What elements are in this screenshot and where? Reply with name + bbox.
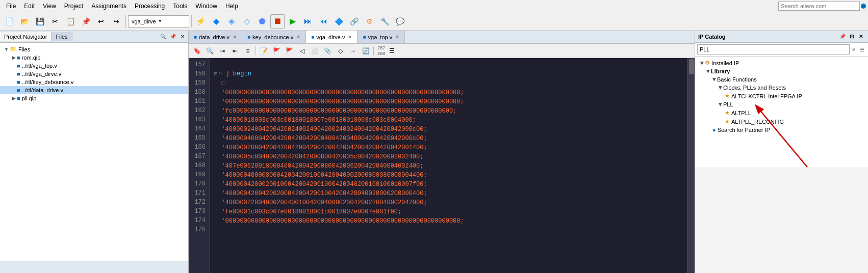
- tab-close-data-drive[interactable]: ✕: [233, 34, 237, 40]
- compile-button[interactable]: ⚡: [194, 14, 208, 29]
- new-file-button[interactable]: 📄: [2, 14, 16, 29]
- ip-search-clear-icon[interactable]: ✕: [850, 45, 858, 53]
- ip-tree-altclkctrl[interactable]: ★ ALTCLKCTRL Intel FPGA IP: [695, 92, 868, 100]
- menu-file[interactable]: File: [2, 2, 20, 11]
- start-compilation-button[interactable]: ◆: [209, 14, 223, 29]
- menu-assignments[interactable]: Assignments: [87, 2, 131, 11]
- et-clip-button[interactable]: 📎: [321, 45, 334, 57]
- save-button[interactable]: 💾: [33, 14, 47, 29]
- et-indent-button[interactable]: ⇥: [216, 45, 228, 57]
- analysis-button[interactable]: ◈: [224, 14, 239, 29]
- tree-item-pll-qip[interactable]: ▶ ■ pll.qip: [0, 94, 188, 102]
- code-line-172: ′400000220040002004001004200400002004200…: [214, 199, 427, 206]
- left-bottom-bar: [0, 261, 188, 273]
- tab-data-drive[interactable]: ■ data_drive.v ✕: [189, 31, 242, 44]
- search-altera-input[interactable]: [778, 2, 860, 11]
- line-num-169: 169: [191, 170, 206, 179]
- et-format-button[interactable]: ☰: [386, 45, 398, 57]
- tree-item-files-root[interactable]: ▼ 📁 Files: [0, 45, 188, 53]
- tool-button[interactable]: 🔧: [377, 14, 392, 29]
- et-prev-button[interactable]: ◁: [296, 45, 308, 57]
- et-toggle-button[interactable]: ≡: [242, 45, 254, 57]
- step-button[interactable]: ⏭: [301, 14, 315, 29]
- tab-key-debounce[interactable]: ■ key_debounce.v ✕: [242, 31, 306, 44]
- tab-icon-data-drive: ■: [194, 34, 197, 40]
- menu-help[interactable]: Help: [221, 2, 242, 11]
- ip-star-icon-altpll-reconfig: ★: [725, 118, 730, 125]
- fit-button[interactable]: ◇: [240, 14, 254, 29]
- ip-label-altpll-reconfig: ALTPLL_RECONFIG: [731, 119, 784, 125]
- paste-button[interactable]: 📌: [79, 14, 93, 29]
- ip-tree-installed-ip[interactable]: ▶ ⚙ Installed IP: [695, 59, 868, 67]
- menu-processing[interactable]: Processing: [131, 2, 169, 11]
- code-line-166: ′400000200042004200420042004200420042004…: [214, 144, 427, 151]
- run2-button[interactable]: ⏮: [316, 14, 330, 29]
- tab-project-navigator[interactable]: Project Navigator: [0, 32, 52, 41]
- undo-button[interactable]: ↩: [94, 14, 108, 29]
- tab-close-vga-top[interactable]: ✕: [395, 34, 399, 40]
- et-flag2-button[interactable]: 🚩: [283, 45, 295, 57]
- copy-button[interactable]: 📋: [63, 14, 78, 29]
- assemble-button[interactable]: ⬟: [255, 14, 269, 29]
- et-arrow-button[interactable]: →: [347, 45, 359, 57]
- ip-pin-icon[interactable]: 📌: [838, 33, 847, 41]
- scroll-thumb[interactable]: [689, 59, 694, 74]
- et-bookmark-button[interactable]: 🔖: [191, 45, 203, 57]
- ip-search-menu-icon[interactable]: ☰: [858, 45, 866, 53]
- menu-view[interactable]: View: [39, 2, 60, 11]
- tab-vga-dirve[interactable]: ■ vga_dirve.v ✕: [306, 31, 358, 44]
- tree-label-data-drive: ../rtl/data_drive.v: [22, 87, 63, 93]
- ip-undock-icon[interactable]: ⊡: [848, 33, 856, 41]
- cut-button[interactable]: ✂: [48, 14, 62, 29]
- chip-button[interactable]: ⚙: [362, 14, 376, 29]
- menu-edit[interactable]: Edit: [20, 2, 39, 11]
- ip-tree-altpll[interactable]: ★ ALTPLL: [695, 108, 868, 117]
- tab-label-vga-dirve: vga_dirve.v: [316, 34, 345, 40]
- tree-item-vga-dirve[interactable]: ▶ ■ ../rtl/vga_dirve.v: [0, 70, 188, 78]
- menu-tools[interactable]: Tools: [169, 2, 191, 11]
- ip-tree-basic-functions[interactable]: ▶ Basic Functions: [695, 75, 868, 84]
- tab-files[interactable]: Files: [52, 32, 72, 41]
- menu-project[interactable]: Project: [60, 2, 87, 11]
- tree-label-pll-qip: pll.qip: [22, 95, 37, 101]
- et-next-button[interactable]: ⬜: [309, 45, 321, 57]
- ip-close-icon[interactable]: ✕: [857, 33, 865, 41]
- tree-label-key-debounce: ../rtl/key_debounce.v: [22, 79, 74, 85]
- tab-close-vga-dirve[interactable]: ✕: [348, 34, 352, 40]
- nav-search-icon[interactable]: 🔍: [159, 32, 168, 41]
- stop-button[interactable]: ⏹: [270, 14, 285, 29]
- ip-tree-library[interactable]: ▶ Library: [695, 67, 868, 75]
- ip-tree-altpll-reconfig[interactable]: ★ ALTPLL_RECONFIG: [695, 117, 868, 126]
- tab-close-key-debounce[interactable]: ✕: [296, 34, 300, 40]
- ip-tree-clocks-plls[interactable]: ▶ Clocks; PLLs and Resets: [695, 84, 868, 92]
- tab-vga-top[interactable]: ■ vga_top.v ✕: [358, 31, 405, 44]
- nav-pin-icon[interactable]: 📌: [168, 32, 177, 41]
- code-scrollbar[interactable]: [687, 58, 695, 273]
- tree-item-data-drive[interactable]: ▶ ■ ../rtl/data_drive.v: [0, 86, 188, 94]
- et-flag1-button[interactable]: 🚩: [270, 45, 283, 57]
- project-dropdown[interactable]: vga_dirve ▼: [128, 15, 189, 28]
- redo-button[interactable]: ↪: [109, 14, 123, 29]
- ip-tree-partner-ip[interactable]: ● Search for Partner IP: [695, 126, 868, 134]
- open-file-button[interactable]: 📂: [17, 14, 32, 29]
- tree-item-vga-top[interactable]: ▶ ■ ../rtl/vga_top.v: [0, 62, 188, 70]
- nav-close-icon[interactable]: ✕: [178, 32, 187, 41]
- ip-star-icon-altpll: ★: [725, 110, 730, 116]
- et-diamond-button[interactable]: ◇: [334, 45, 346, 57]
- cloud-button[interactable]: 💬: [393, 14, 407, 29]
- code-line-167: ′4000005c004000200420042000800420005c004…: [214, 153, 423, 160]
- ip-tree-pll-folder[interactable]: ▶ PLL: [695, 100, 868, 108]
- et-find-button[interactable]: 🔍: [203, 45, 216, 57]
- code-content-area[interactable]: ⊟n ) begin □ ′00000000000000000000000000…: [210, 58, 687, 273]
- tree-item-rom-qip[interactable]: ▶ ■ rom.qip: [0, 53, 188, 62]
- tree-item-key-debounce[interactable]: ▶ ■ ../rtl/key_debounce.v: [0, 78, 188, 86]
- menu-window[interactable]: Window: [191, 2, 221, 11]
- et-refresh-button[interactable]: 🔄: [360, 45, 372, 57]
- run-button[interactable]: ▶: [286, 14, 300, 29]
- tree-label-files: Files: [18, 46, 30, 52]
- ip-search-input[interactable]: [697, 44, 850, 54]
- et-compile-verilog-button[interactable]: 📝: [258, 45, 270, 57]
- connections-button[interactable]: 🔗: [347, 14, 361, 29]
- program-button[interactable]: 🔷: [331, 14, 346, 29]
- et-unindent-button[interactable]: ⇤: [229, 45, 241, 57]
